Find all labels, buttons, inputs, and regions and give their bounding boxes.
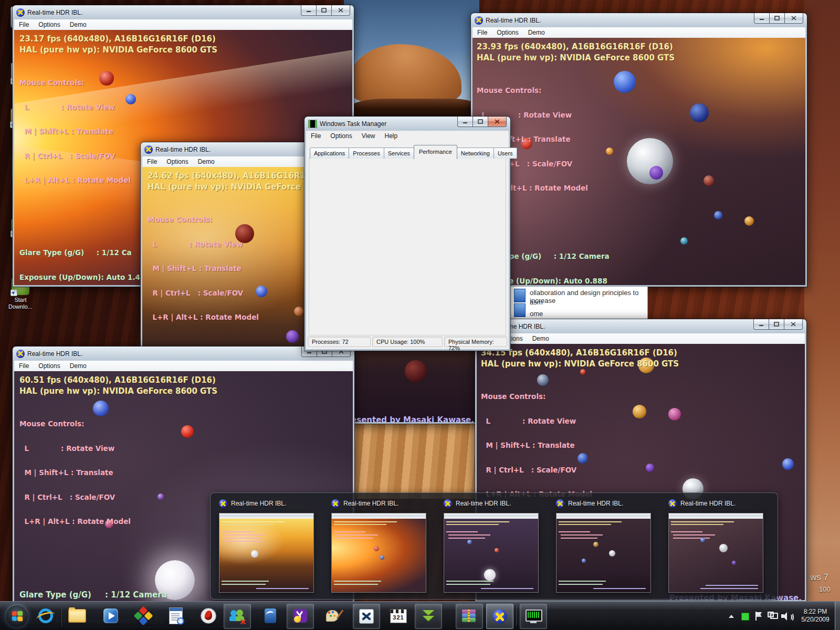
nero-flame-icon	[201, 608, 216, 624]
render-viewport[interactable]: 23.93 fps (640x480), A16B16G16R16F (D16)…	[472, 38, 805, 285]
titlebar[interactable]: Real-time HDR IBL.	[471, 13, 807, 27]
thumbnail-preview[interactable]	[668, 513, 763, 593]
document-search-icon	[169, 607, 183, 624]
taskbar-icon-xfire[interactable]	[353, 604, 380, 629]
menu-options[interactable]: Options	[162, 156, 193, 167]
window-title: Windows Task Manager	[320, 120, 386, 128]
device-readout: HAL (pure hw vp): NVIDIA GeForce 8600 GT…	[477, 53, 675, 62]
taskbar-icon-media-player[interactable]	[98, 604, 124, 628]
taskbar-icon-winrar[interactable]	[456, 604, 483, 629]
mouse-controls-line: M | Shift+L : Translate	[481, 442, 592, 450]
taskbar-icon-hdr-ibl-app[interactable]	[486, 604, 513, 629]
minimize-button[interactable]	[301, 5, 317, 16]
close-button[interactable]	[784, 319, 803, 330]
tab-users[interactable]: Users	[494, 148, 517, 159]
menu-view[interactable]: View	[357, 131, 380, 141]
speaker-icon[interactable]	[781, 612, 792, 621]
taskbar-icon-openoffice[interactable]	[257, 604, 284, 628]
thumbnail-item[interactable]: Real-time HDR IBL.	[444, 497, 539, 599]
menu-demo[interactable]: Demo	[193, 156, 219, 167]
tray-green-status-icon[interactable]	[741, 613, 749, 621]
close-button[interactable]	[331, 5, 350, 16]
menu-demo[interactable]: Demo	[528, 333, 554, 344]
taskbar-icon-downloader[interactable]	[415, 604, 442, 629]
tab-performance[interactable]: Performance	[414, 145, 457, 159]
hdr-app-icon	[144, 145, 153, 154]
taskbar-icon-messenger[interactable]	[224, 604, 251, 629]
tab-processes[interactable]: Processes	[349, 148, 384, 159]
action-center-flag-icon[interactable]	[755, 612, 762, 621]
titlebar[interactable]: Real-time HDR IBL.	[13, 5, 354, 19]
fps-readout: 23.17 fps (640x480), A16B16G16R16F (D16)	[19, 34, 216, 44]
titlebar[interactable]: Real-time HDR IBL.	[13, 346, 354, 361]
menu-options[interactable]: Options	[34, 19, 65, 30]
show-desktop-button[interactable]	[835, 602, 840, 630]
window-hdr-top-right[interactable]: Real-time HDR IBL. File Options Demo 23.…	[471, 13, 807, 287]
task-manager-icon	[308, 120, 317, 128]
minimize-button[interactable]	[457, 117, 473, 127]
tab-networking[interactable]: Networking	[457, 148, 494, 159]
taskbar-icon-windows-explorer[interactable]	[64, 604, 90, 628]
fps-readout: 60.51 fps (640x480), A16B16G16R16F (D16)	[19, 375, 216, 385]
thumbnail-preview[interactable]	[556, 513, 651, 593]
minimize-button[interactable]	[753, 319, 769, 330]
menu-options[interactable]: Options	[492, 27, 523, 38]
mouse-controls-line: L : Rotate View	[148, 240, 259, 249]
thumbnail-preview[interactable]	[444, 513, 539, 593]
menu-options[interactable]: Options	[34, 361, 65, 371]
thumbnail-item[interactable]: Real-time HDR IBL.	[219, 497, 314, 599]
thumbnail-item[interactable]: Real-time HDR IBL.	[668, 497, 763, 599]
menu-demo[interactable]: Demo	[65, 19, 91, 30]
show-hidden-icons-chevron[interactable]	[729, 615, 734, 618]
menu-options[interactable]: Options	[326, 131, 356, 141]
close-button[interactable]	[488, 117, 507, 127]
menu-file[interactable]: File	[472, 27, 492, 38]
maximize-button[interactable]	[316, 5, 332, 16]
menu-file[interactable]: File	[14, 19, 34, 30]
tab-applications[interactable]: Applications	[310, 148, 349, 159]
thumbnail-item[interactable]: Real-time HDR IBL.	[331, 497, 426, 599]
titlebar[interactable]: Windows Task Manager	[304, 117, 510, 131]
menu-file[interactable]: File	[14, 361, 34, 371]
menu-file[interactable]: File	[306, 131, 326, 141]
icon-label: Start	[14, 297, 26, 303]
sphere	[649, 166, 663, 180]
window-task-manager[interactable]: Windows Task Manager File Options View H…	[304, 117, 510, 351]
taskbar-icon-yahoo-messenger[interactable]	[287, 604, 314, 629]
thumbnail-preview[interactable]	[331, 513, 426, 593]
start-button[interactable]	[5, 604, 28, 627]
background-text: asm	[530, 298, 543, 306]
taskbar-icon-avg[interactable]	[130, 604, 156, 628]
tab-services[interactable]: Services	[384, 148, 414, 159]
taskbar-icon-media-player-classic[interactable]: 321	[385, 604, 412, 628]
taskbar: 321 8:22 PM 5/20/2009	[0, 601, 840, 630]
menu-demo[interactable]: Demo	[65, 361, 91, 371]
minimize-button[interactable]	[754, 13, 770, 24]
sphere	[633, 405, 646, 418]
hdr-app-icon	[16, 8, 25, 17]
sphere	[782, 458, 794, 470]
maximize-button[interactable]	[769, 13, 785, 24]
taskbar-icon-nero[interactable]	[195, 604, 222, 628]
tray-clock[interactable]: 8:22 PM 5/20/2009	[796, 608, 835, 624]
maximize-button[interactable]	[769, 319, 784, 330]
maximize-button[interactable]	[472, 117, 488, 127]
close-button[interactable]	[784, 13, 803, 24]
taskbar-icon-search-document[interactable]	[163, 604, 189, 628]
taskbar-icon-task-manager[interactable]	[520, 604, 547, 629]
taskbar-icon-internet-explorer[interactable]	[33, 604, 59, 628]
thumbnail-preview[interactable]	[219, 513, 314, 593]
media-player-icon	[103, 608, 118, 623]
sphere	[627, 138, 673, 184]
mpc-label: 321	[391, 614, 406, 621]
menu-help[interactable]: Help	[380, 131, 403, 141]
sphere	[680, 237, 688, 245]
window-title: Real-time HDR IBL.	[155, 146, 211, 153]
menu-file[interactable]: File	[142, 156, 162, 167]
network-icon[interactable]	[768, 612, 778, 621]
mouse-controls-line: M | Shift+L : Translate	[148, 265, 259, 273]
thumbnail-item[interactable]: Real-time HDR IBL.	[556, 497, 651, 599]
titlebar[interactable]: Real-time HDR IBL.	[475, 319, 806, 333]
taskbar-icon-paint[interactable]	[320, 604, 346, 628]
menu-demo[interactable]: Demo	[523, 27, 550, 38]
